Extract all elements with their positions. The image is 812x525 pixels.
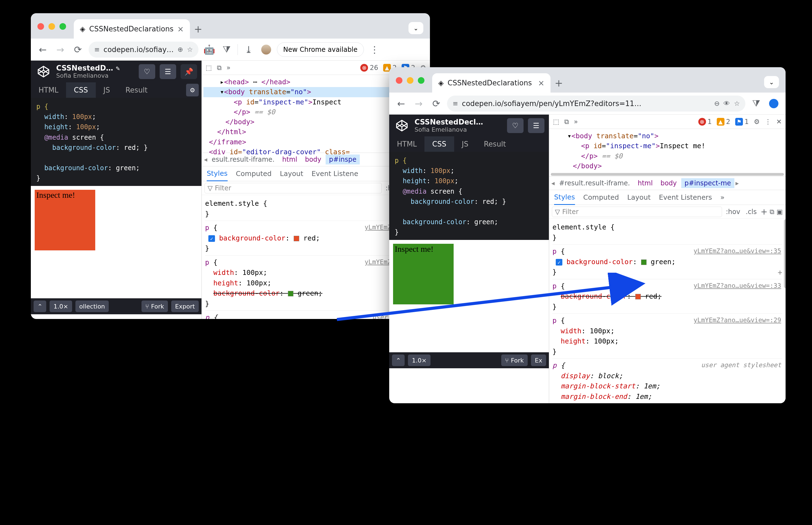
styles-filter-input[interactable]: ▽ Filter xyxy=(204,183,382,193)
back-button[interactable]: ← xyxy=(36,43,49,57)
close-window-button[interactable] xyxy=(396,77,402,84)
tab-eventlisteners[interactable]: Event Listeners xyxy=(659,193,712,201)
stylesheet-source-link[interactable]: yLmYEmZ?ano…ue&view=:33 xyxy=(694,281,781,290)
forward-button[interactable]: → xyxy=(53,43,67,57)
maximize-window-button[interactable] xyxy=(60,23,66,30)
tab-js[interactable]: JS xyxy=(96,82,118,98)
profile-avatar[interactable] xyxy=(259,43,273,57)
back-button[interactable]: ← xyxy=(394,97,408,110)
zoom-icon[interactable]: ⊖ xyxy=(714,100,719,107)
devtools-close-icon[interactable]: ✕ xyxy=(776,118,782,125)
inspect-me-element[interactable]: Inspect me! xyxy=(393,244,454,304)
console-toggle-button[interactable]: ⌃ xyxy=(34,301,46,312)
css-editor[interactable]: p { width: 100px; height: 100px; @media … xyxy=(389,152,549,240)
tab-css[interactable]: CSS xyxy=(424,136,454,152)
editor-settings-button[interactable]: ⚙ xyxy=(186,84,199,96)
stylesheet-source-link[interactable]: yLmYEmZ?ano…ue&view=:35 xyxy=(694,246,781,256)
new-style-rule-button[interactable]: + xyxy=(761,207,767,216)
crumb-iframe[interactable]: #result.result-iframe. xyxy=(556,178,634,188)
tab-html[interactable]: HTML xyxy=(31,82,66,98)
crumb-scroll-right[interactable]: ▸ xyxy=(735,179,739,187)
tab-computed[interactable]: Computed xyxy=(236,170,272,178)
new-tab-button[interactable]: + xyxy=(190,19,206,39)
site-settings-icon[interactable]: ≡ xyxy=(94,46,100,54)
zoom-icon[interactable]: ⊕ xyxy=(177,46,183,54)
collection-button[interactable]: ollection xyxy=(75,301,109,312)
more-tabs-icon[interactable]: » xyxy=(720,193,724,201)
zoom-indicator[interactable]: 1.0× xyxy=(49,301,72,312)
site-settings-icon[interactable]: ≡ xyxy=(453,100,458,107)
tab-result[interactable]: Result xyxy=(476,136,514,152)
extensions-icon[interactable]: ⧩ xyxy=(220,43,234,57)
bookmark-icon[interactable]: ☆ xyxy=(734,100,740,107)
omnibox[interactable]: ≡ codepen.io/sofiayem/pen/yLmYEmZ?editor… xyxy=(447,95,745,111)
export-button[interactable]: Ex xyxy=(531,355,546,366)
overflow-menu-button[interactable]: ⋮ xyxy=(368,43,381,57)
layout-button[interactable]: ☰ xyxy=(528,118,544,133)
close-tab-button[interactable]: × xyxy=(538,78,544,88)
tab-styles[interactable]: Styles xyxy=(207,166,228,181)
heart-button[interactable]: ♡ xyxy=(507,118,524,133)
forward-button[interactable]: → xyxy=(412,97,425,110)
add-property-button[interactable]: + xyxy=(778,267,782,279)
device-toggle-icon[interactable]: ⧉ xyxy=(217,64,222,72)
fork-button[interactable]: ⑂ Fork xyxy=(141,301,168,312)
devtools-menu-icon[interactable]: ⋮ xyxy=(765,118,771,125)
zoom-indicator[interactable]: 1.0× xyxy=(408,355,430,366)
minimize-window-button[interactable] xyxy=(407,77,413,84)
error-badge[interactable]: ⊗ xyxy=(360,64,368,72)
stylesheet-source-link[interactable]: yLmYEmZ?ano…ue&view=:29 xyxy=(694,315,781,325)
chrome-update-chip[interactable]: New Chrome available xyxy=(277,42,364,57)
inspect-element-icon[interactable]: ⬚ xyxy=(553,118,559,125)
browser-tab[interactable]: ◈ CSSNestedDeclarations × xyxy=(432,73,550,92)
maximize-window-button[interactable] xyxy=(418,77,424,84)
tab-computed[interactable]: Computed xyxy=(583,193,619,201)
layout-button[interactable]: ☰ xyxy=(160,64,176,79)
close-window-button[interactable] xyxy=(37,23,44,30)
property-enabled-checkbox[interactable]: ✓ xyxy=(556,259,562,266)
warning-badge[interactable]: ▲ xyxy=(717,118,724,125)
browser-tab[interactable]: ◈ CSSNestedDeclarations × xyxy=(74,19,190,39)
close-tab-button[interactable]: × xyxy=(177,25,184,34)
inspect-me-element[interactable]: Inspect me! xyxy=(35,190,95,250)
tab-styles[interactable]: Styles xyxy=(554,190,575,205)
crumb-html[interactable]: html xyxy=(635,178,656,188)
box-model-icon[interactable]: ▣ xyxy=(777,208,783,216)
elements-tree[interactable]: ▾<body translate="no"> <p id="inspect-me… xyxy=(549,129,785,176)
tab-eventlisteners[interactable]: Event Listene xyxy=(312,170,358,178)
device-toggle-icon[interactable]: ⧉ xyxy=(564,118,569,125)
new-tab-button[interactable]: + xyxy=(550,73,567,92)
tab-css[interactable]: CSS xyxy=(66,82,95,98)
tab-result[interactable]: Result xyxy=(118,82,155,98)
tab-layout[interactable]: Layout xyxy=(280,170,303,178)
downloads-icon[interactable]: ⤓ xyxy=(242,43,255,57)
heart-button[interactable]: ♡ xyxy=(139,64,155,79)
eye-off-icon[interactable]: 👁 xyxy=(723,100,730,107)
reload-button[interactable]: ⟳ xyxy=(430,97,443,110)
ai-assist-icon[interactable]: 🤖 xyxy=(202,43,216,57)
tabs-dropdown-button[interactable]: ⌄ xyxy=(764,76,779,88)
breadcrumb[interactable]: ◂ #result.result-iframe. html body p#ins… xyxy=(549,176,785,190)
tab-html[interactable]: HTML xyxy=(389,136,424,152)
omnibox[interactable]: ≡ codepen.io/sofiay… ⊕ ☆ xyxy=(89,42,199,58)
export-button[interactable]: Export xyxy=(171,301,199,312)
devtools-settings-icon[interactable]: ⚙ xyxy=(754,118,760,125)
extensions-icon[interactable]: ⧩ xyxy=(749,97,763,110)
property-enabled-checkbox[interactable]: ✓ xyxy=(208,235,215,242)
reload-button[interactable]: ⟳ xyxy=(71,43,85,57)
styles-filter-input[interactable]: ▽ Filter xyxy=(552,207,722,217)
crumb-body[interactable]: body xyxy=(657,178,680,188)
css-editor[interactable]: p { width: 100px; height: 100px; @media … xyxy=(31,98,202,186)
pin-button[interactable]: 📌 xyxy=(181,64,197,79)
tabs-dropdown-button[interactable]: ⌄ xyxy=(408,22,423,34)
fork-button[interactable]: ⑂ Fork xyxy=(501,355,528,366)
styles-rules[interactable]: element.style { } yLmYEmZ?ano…ue&view=:3… xyxy=(549,219,785,403)
bookmark-icon[interactable]: ☆ xyxy=(187,46,193,54)
info-badge[interactable]: ⚑ xyxy=(735,118,743,125)
tab-js[interactable]: JS xyxy=(454,136,476,152)
inspect-element-icon[interactable]: ⬚ xyxy=(206,64,212,72)
hov-toggle[interactable]: :hov xyxy=(724,207,742,216)
edit-title-icon[interactable]: ✎ xyxy=(115,65,120,72)
copy-changes-icon[interactable]: ⧉ xyxy=(770,208,774,216)
console-toggle-button[interactable]: ⌃ xyxy=(392,355,405,366)
